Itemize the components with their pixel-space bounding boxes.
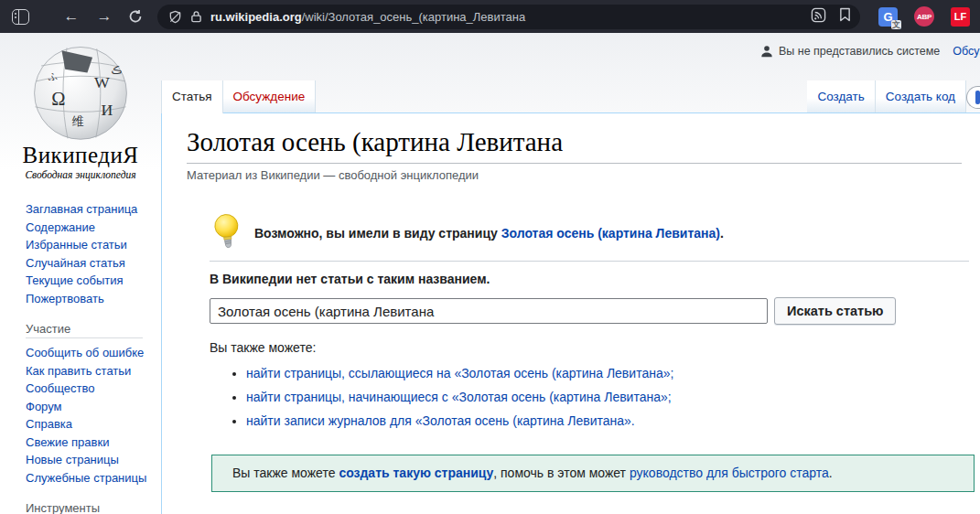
quick-start-guide-link[interactable]: руководство для быстрого старта (630, 466, 829, 480)
sidebar-toggle-icon[interactable] (9, 5, 31, 27)
article-search-form: Искать статью (210, 297, 969, 325)
sidebar: Ω W И 维 ڪ ふ ВикипедиЯ Свободная энциклоп… (0, 33, 161, 514)
forward-icon[interactable]: → (93, 5, 115, 27)
wikipedia-logo[interactable]: Ω W И 维 ڪ ふ ВикипедиЯ Свободная энциклоп… (0, 40, 161, 180)
suggestion-row: Возможно, вы имели в виду страницу Золот… (214, 213, 969, 252)
article-search-input[interactable] (210, 298, 768, 324)
page-title: Золотая осень (картина Левитана (187, 125, 962, 164)
sidebar-item-new-pages[interactable]: Новые страницы (26, 451, 161, 469)
divider (210, 261, 969, 262)
rss-icon[interactable] (811, 7, 826, 27)
sidebar-item-recent-changes[interactable]: Свежие правки (26, 434, 161, 452)
list-item: найти страницы, начинающиеся с «Золотая … (246, 390, 969, 405)
svg-text:Ω: Ω (51, 89, 65, 109)
browser-toolbar: ← → ru.wikipedia.org/wiki/Золотая_осень_… (0, 0, 980, 33)
sidebar-header-participation: Участие (26, 322, 143, 338)
personal-bar: Вы не представились системе Обсуж (760, 45, 980, 58)
sidebar-item-current-events[interactable]: Текущие события (26, 272, 161, 290)
suggested-page-link[interactable]: Золотая осень (картина Левитана) (501, 226, 720, 241)
tab-create-source[interactable]: Создать код (876, 80, 966, 112)
tabs-row: Статья Обсуждение Создать Создать код (161, 80, 980, 113)
user-icon (760, 45, 773, 58)
reload-icon[interactable] (124, 5, 146, 27)
sidebar-nav: Заглавная страница Содержание Избранные … (0, 200, 161, 514)
sidebar-item-how-to-edit[interactable]: Как править статьи (26, 362, 161, 380)
address-bar[interactable]: ru.wikipedia.org/wiki/Золотая_осень_(кар… (157, 5, 860, 29)
tab-discussion[interactable]: Обсуждение (223, 80, 317, 112)
what-links-here-link[interactable]: найти страницы, ссылающиеся на «Золотая … (246, 366, 673, 380)
sidebar-header-tools: Инструменты (26, 501, 143, 514)
list-item: найти записи журналов для «Золотая осень… (246, 413, 969, 429)
wikipedia-page: Вы не представились системе Обсуж Статья… (0, 33, 980, 514)
sidebar-item-forum[interactable]: Форум (26, 398, 161, 416)
suggestion-text: Возможно, вы имели в виду страницу Золот… (254, 226, 724, 241)
site-subtitle: Материал из Википедии — свободной энцикл… (187, 168, 980, 182)
sidebar-item-random[interactable]: Случайная статья (26, 254, 161, 273)
no-article-block: Возможно, вы имели в виду страницу Золот… (210, 213, 980, 492)
create-page-link[interactable]: создать такую страницу (339, 466, 493, 480)
tab-article[interactable]: Статья (161, 80, 223, 113)
list-item: найти страницы, ссылающиеся на «Золотая … (246, 366, 969, 381)
log-entries-link[interactable]: найти записи журналов для «Золотая осень… (246, 413, 635, 428)
sidebar-item-special-pages[interactable]: Служебные страницы (26, 469, 161, 487)
back-icon[interactable]: ← (60, 5, 82, 27)
lf-extension-icon[interactable]: LF (951, 7, 970, 27)
nav-main-list: Заглавная страница Содержание Избранные … (26, 200, 161, 307)
content-area: Золотая осень (картина Левитана Материал… (161, 113, 980, 514)
sidebar-item-featured[interactable]: Избранные статьи (26, 236, 161, 254)
wikipedia-globe-icon: Ω W И 维 ڪ ふ (29, 40, 132, 143)
wikipedia-wordmark: ВикипедиЯ (0, 143, 161, 168)
sidebar-item-donate[interactable]: Пожертвовать (26, 290, 161, 308)
bookmark-icon[interactable] (839, 7, 851, 26)
also-can-label: Вы также можете: (210, 340, 969, 355)
sidebar-item-main-page[interactable]: Заглавная страница (26, 200, 161, 219)
create-page-box: Вы также можете создать такую страницу, … (211, 455, 975, 492)
no-article-message: В Википедии нет статьи с таким названием… (210, 272, 969, 286)
search-article-button[interactable]: Искать статью (774, 297, 896, 325)
prefix-index-link[interactable]: найти страницы, начинающиеся с «Золотая … (246, 390, 672, 404)
nav-participation-list: Сообщить об ошибке Как править статьи Со… (26, 344, 161, 487)
adblock-extension-icon[interactable]: ABP (914, 6, 934, 27)
url-text: ru.wikipedia.org/wiki/Золотая_осень_(кар… (210, 10, 803, 24)
sidebar-item-contents[interactable]: Содержание (26, 219, 161, 237)
options-list: найти страницы, ссылающиеся на «Золотая … (246, 366, 969, 429)
translate-extension-icon[interactable]: G (878, 7, 898, 27)
lock-icon (190, 10, 202, 23)
sidebar-item-report-error[interactable]: Сообщить об ошибке (26, 344, 161, 362)
svg-text:W: W (94, 73, 110, 91)
svg-text:维: 维 (72, 114, 84, 128)
tab-create[interactable]: Создать (807, 80, 875, 112)
sidebar-item-help[interactable]: Справка (26, 415, 161, 434)
svg-text:ڪ: ڪ (112, 65, 123, 76)
svg-text:ふ: ふ (48, 71, 59, 81)
personal-talk-link[interactable]: Обсуж (953, 45, 980, 58)
shield-off-icon[interactable] (168, 10, 182, 24)
sidebar-item-community[interactable]: Сообщество (26, 380, 161, 398)
site-search-input[interactable] (966, 86, 980, 109)
not-logged-in-label: Вы не представились системе (779, 45, 940, 58)
lightbulb-icon (214, 213, 240, 252)
svg-text:И: И (101, 101, 113, 119)
wikipedia-tagline: Свободная энциклопедия (0, 169, 161, 180)
